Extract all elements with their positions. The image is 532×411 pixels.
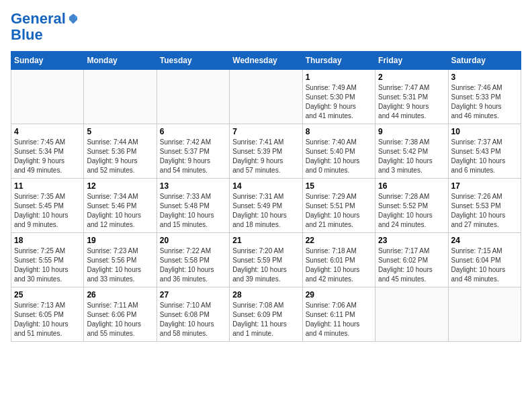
- day-info: Sunrise: 7:33 AM Sunset: 5:48 PM Dayligh…: [160, 192, 226, 230]
- day-info: Sunrise: 7:45 AM Sunset: 5:34 PM Dayligh…: [14, 138, 81, 175]
- calendar-cell: 20Sunrise: 7:22 AM Sunset: 5:58 PM Dayli…: [157, 233, 229, 287]
- day-info: Sunrise: 7:11 AM Sunset: 6:06 PM Dayligh…: [87, 301, 153, 338]
- calendar-cell: 3Sunrise: 7:46 AM Sunset: 5:33 PM Daylig…: [448, 70, 521, 124]
- week-row-3: 11Sunrise: 7:35 AM Sunset: 5:45 PM Dayli…: [11, 179, 521, 233]
- day-number: 10: [451, 127, 518, 136]
- calendar-cell: 10Sunrise: 7:37 AM Sunset: 5:43 PM Dayli…: [448, 124, 521, 179]
- calendar-cell: 28Sunrise: 7:08 AM Sunset: 6:09 PM Dayli…: [230, 287, 302, 342]
- day-info: Sunrise: 7:06 AM Sunset: 6:11 PM Dayligh…: [306, 301, 372, 338]
- calendar-cell: 22Sunrise: 7:18 AM Sunset: 6:01 PM Dayli…: [302, 233, 375, 287]
- calendar-cell: 12Sunrise: 7:34 AM Sunset: 5:46 PM Dayli…: [84, 179, 157, 233]
- calendar-cell: 16Sunrise: 7:28 AM Sunset: 5:52 PM Dayli…: [375, 179, 448, 233]
- day-number: 16: [378, 181, 445, 191]
- day-number: 11: [14, 181, 81, 191]
- calendar-cell: 13Sunrise: 7:33 AM Sunset: 5:48 PM Dayli…: [157, 179, 229, 233]
- day-info: Sunrise: 7:35 AM Sunset: 5:45 PM Dayligh…: [14, 192, 81, 230]
- day-number: 21: [232, 236, 299, 245]
- day-info: Sunrise: 7:46 AM Sunset: 5:33 PM Dayligh…: [451, 83, 518, 121]
- calendar-cell: 29Sunrise: 7:06 AM Sunset: 6:11 PM Dayli…: [302, 287, 375, 342]
- day-number: 4: [14, 127, 81, 136]
- day-number: 20: [160, 236, 226, 245]
- calendar-cell: 17Sunrise: 7:26 AM Sunset: 5:53 PM Dayli…: [448, 179, 521, 233]
- day-info: Sunrise: 7:44 AM Sunset: 5:36 PM Dayligh…: [87, 138, 153, 175]
- day-number: 6: [160, 127, 226, 136]
- day-info: Sunrise: 7:38 AM Sunset: 5:42 PM Dayligh…: [378, 138, 445, 175]
- day-number: 26: [87, 290, 153, 300]
- day-info: Sunrise: 7:47 AM Sunset: 5:31 PM Dayligh…: [378, 83, 445, 121]
- day-info: Sunrise: 7:22 AM Sunset: 5:58 PM Dayligh…: [160, 246, 226, 284]
- calendar-cell: [11, 70, 84, 124]
- day-number: 7: [232, 127, 299, 136]
- day-number: 22: [306, 236, 372, 245]
- day-number: 17: [451, 181, 518, 191]
- day-number: 27: [160, 290, 226, 300]
- calendar-cell: 18Sunrise: 7:25 AM Sunset: 5:55 PM Dayli…: [11, 233, 84, 287]
- day-info: Sunrise: 7:28 AM Sunset: 5:52 PM Dayligh…: [378, 192, 445, 230]
- day-number: 29: [306, 290, 372, 300]
- calendar-cell: [84, 70, 157, 124]
- day-info: Sunrise: 7:29 AM Sunset: 5:51 PM Dayligh…: [306, 192, 372, 230]
- day-number: 19: [87, 236, 153, 245]
- calendar-cell: 15Sunrise: 7:29 AM Sunset: 5:51 PM Dayli…: [302, 179, 375, 233]
- day-info: Sunrise: 7:34 AM Sunset: 5:46 PM Dayligh…: [87, 192, 153, 230]
- calendar-cell: [375, 287, 448, 342]
- day-info: Sunrise: 7:40 AM Sunset: 5:40 PM Dayligh…: [306, 138, 372, 175]
- day-number: 23: [378, 236, 445, 245]
- calendar-cell: 9Sunrise: 7:38 AM Sunset: 5:42 PM Daylig…: [375, 124, 448, 179]
- calendar-cell: 5Sunrise: 7:44 AM Sunset: 5:36 PM Daylig…: [84, 124, 157, 179]
- day-info: Sunrise: 7:23 AM Sunset: 5:56 PM Dayligh…: [87, 246, 153, 284]
- calendar-cell: 26Sunrise: 7:11 AM Sunset: 6:06 PM Dayli…: [84, 287, 157, 342]
- day-info: Sunrise: 7:20 AM Sunset: 5:59 PM Dayligh…: [232, 246, 299, 284]
- calendar-cell: 21Sunrise: 7:20 AM Sunset: 5:59 PM Dayli…: [230, 233, 302, 287]
- col-header-wednesday: Wednesday: [230, 52, 302, 70]
- calendar-cell: 2Sunrise: 7:47 AM Sunset: 5:31 PM Daylig…: [375, 70, 448, 124]
- week-row-1: 1Sunrise: 7:49 AM Sunset: 5:30 PM Daylig…: [11, 70, 521, 124]
- logo: General Blue: [11, 11, 79, 43]
- day-number: 14: [232, 181, 299, 191]
- calendar-cell: 23Sunrise: 7:17 AM Sunset: 6:02 PM Dayli…: [375, 233, 448, 287]
- calendar-cell: 7Sunrise: 7:41 AM Sunset: 5:39 PM Daylig…: [230, 124, 302, 179]
- calendar-cell: [157, 70, 229, 124]
- header-row: SundayMondayTuesdayWednesdayThursdayFrid…: [11, 52, 521, 70]
- col-header-monday: Monday: [84, 52, 157, 70]
- day-info: Sunrise: 7:08 AM Sunset: 6:09 PM Dayligh…: [232, 301, 299, 338]
- day-number: 2: [378, 73, 445, 82]
- col-header-friday: Friday: [375, 52, 448, 70]
- calendar-cell: 14Sunrise: 7:31 AM Sunset: 5:49 PM Dayli…: [230, 179, 302, 233]
- day-number: 13: [160, 181, 226, 191]
- week-row-2: 4Sunrise: 7:45 AM Sunset: 5:34 PM Daylig…: [11, 124, 521, 179]
- day-number: 15: [306, 181, 372, 191]
- day-number: 12: [87, 181, 153, 191]
- calendar-cell: 24Sunrise: 7:15 AM Sunset: 6:04 PM Dayli…: [448, 233, 521, 287]
- day-number: 25: [14, 290, 81, 300]
- day-info: Sunrise: 7:18 AM Sunset: 6:01 PM Dayligh…: [306, 246, 372, 284]
- day-number: 28: [232, 290, 299, 300]
- calendar-cell: 1Sunrise: 7:49 AM Sunset: 5:30 PM Daylig…: [302, 70, 375, 124]
- logo-text-blue: Blue: [11, 27, 43, 43]
- calendar-cell: 27Sunrise: 7:10 AM Sunset: 6:08 PM Dayli…: [157, 287, 229, 342]
- day-info: Sunrise: 7:10 AM Sunset: 6:08 PM Dayligh…: [160, 301, 226, 338]
- calendar-cell: 11Sunrise: 7:35 AM Sunset: 5:45 PM Dayli…: [11, 179, 84, 233]
- day-info: Sunrise: 7:26 AM Sunset: 5:53 PM Dayligh…: [451, 192, 518, 230]
- day-info: Sunrise: 7:31 AM Sunset: 5:49 PM Dayligh…: [232, 192, 299, 230]
- calendar-cell: 8Sunrise: 7:40 AM Sunset: 5:40 PM Daylig…: [302, 124, 375, 179]
- day-info: Sunrise: 7:49 AM Sunset: 5:30 PM Dayligh…: [306, 83, 372, 121]
- logo-text: General: [11, 11, 66, 27]
- day-info: Sunrise: 7:42 AM Sunset: 5:37 PM Dayligh…: [160, 138, 226, 175]
- col-header-tuesday: Tuesday: [157, 52, 229, 70]
- day-number: 24: [451, 236, 518, 245]
- calendar-cell: 25Sunrise: 7:13 AM Sunset: 6:05 PM Dayli…: [11, 287, 84, 342]
- day-number: 5: [87, 127, 153, 136]
- calendar-cell: 6Sunrise: 7:42 AM Sunset: 5:37 PM Daylig…: [157, 124, 229, 179]
- day-info: Sunrise: 7:41 AM Sunset: 5:39 PM Dayligh…: [232, 138, 299, 175]
- day-number: 18: [14, 236, 81, 245]
- calendar-cell: 4Sunrise: 7:45 AM Sunset: 5:34 PM Daylig…: [11, 124, 84, 179]
- page-header: General Blue: [11, 11, 521, 43]
- calendar-table: SundayMondayTuesdayWednesdayThursdayFrid…: [11, 51, 521, 342]
- calendar-cell: 19Sunrise: 7:23 AM Sunset: 5:56 PM Dayli…: [84, 233, 157, 287]
- day-info: Sunrise: 7:15 AM Sunset: 6:04 PM Dayligh…: [451, 246, 518, 284]
- week-row-5: 25Sunrise: 7:13 AM Sunset: 6:05 PM Dayli…: [11, 287, 521, 342]
- day-number: 3: [451, 73, 518, 82]
- calendar-cell: [230, 70, 302, 124]
- day-number: 9: [378, 127, 445, 136]
